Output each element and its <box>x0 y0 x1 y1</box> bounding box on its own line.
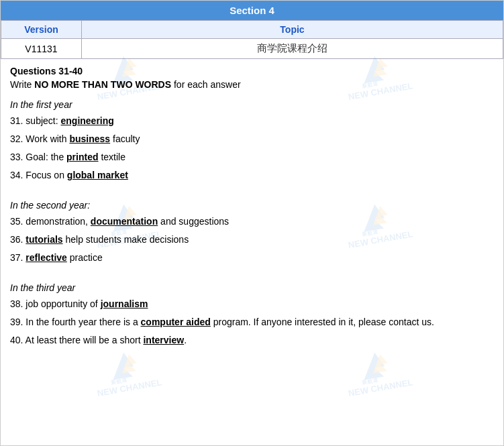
answer-36: tutorials <box>26 234 62 245</box>
question-37: 37. reflective practice <box>10 251 494 265</box>
section-label-2: In the second year: <box>10 200 494 211</box>
question-39: 39. In the fourth year there is a comput… <box>10 315 494 329</box>
answer-34: global market <box>67 170 128 180</box>
svg-text:新航道: 新航道 <box>110 376 128 386</box>
section-header: Section 4 <box>1 1 503 20</box>
question-40: 40. At least there will be a short inter… <box>10 333 494 347</box>
answer-37: reflective <box>26 252 66 263</box>
topic-value: 商学院课程介绍 <box>82 39 503 59</box>
info-table: Version Topic V11131 商学院课程介绍 <box>1 20 503 59</box>
instruction-plain: Write <box>10 79 34 90</box>
svg-text:新航道: 新航道 <box>361 376 379 386</box>
instruction-bold: NO MORE THAN TWO WORDS <box>34 79 171 90</box>
answer-38: journalism <box>101 298 148 309</box>
section-label-1: In the first year <box>10 99 494 110</box>
answer-33: printed <box>66 152 98 162</box>
answer-39: computer aided <box>141 317 211 327</box>
version-value: V11131 <box>1 39 82 59</box>
questions-header: Questions 31-40 <box>10 66 494 76</box>
section-title: Section 4 <box>230 5 274 16</box>
answer-31: engineering <box>61 115 114 126</box>
answer-40: interview <box>143 335 184 345</box>
instruction-rest: for each answer <box>171 79 241 90</box>
answer-35: documentation <box>91 216 158 227</box>
page-container: 新航道 NEW CHANNEL 新航道 NEW CHANNEL 新航道 <box>0 0 504 446</box>
question-36: 36. tutorials help students make decisio… <box>10 233 494 247</box>
question-34: 34. Focus on global market <box>10 168 494 182</box>
question-38: 38. job opportunity of journalism <box>10 297 494 311</box>
question-33: 33. Goal: the printed textile <box>10 150 494 164</box>
question-31: 31. subject: engineering <box>10 114 494 128</box>
question-32: 32. Work with business faculty <box>10 132 494 146</box>
question-35: 35. demonstration, documentation and sug… <box>10 215 494 229</box>
version-header: Version <box>1 21 82 39</box>
topic-header: Topic <box>82 21 503 39</box>
instruction: Write NO MORE THAN TWO WORDS for each an… <box>10 79 494 90</box>
content-area: Questions 31-40 Write NO MORE THAN TWO W… <box>1 59 503 358</box>
answer-32: business <box>69 133 110 144</box>
section-label-3: In the third year <box>10 282 494 293</box>
